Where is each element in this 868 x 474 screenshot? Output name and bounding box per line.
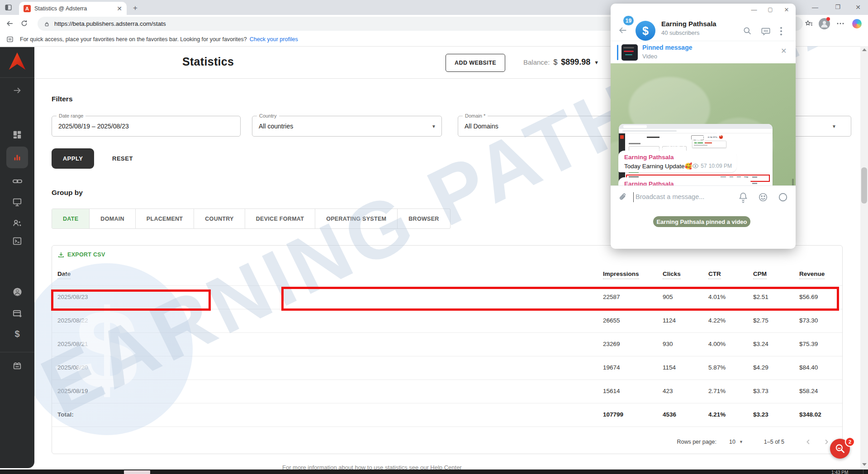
window-restore-button[interactable]: ❐	[834, 4, 841, 10]
profile-avatar[interactable]	[819, 18, 830, 29]
pinned-close-icon[interactable]: ✕	[781, 47, 787, 55]
table-row: 2025/08/20 19674 1154 5.87% $4.29 $84.40	[52, 356, 842, 380]
tab-browser[interactable]: BROWSER	[398, 209, 450, 228]
export-csv-button[interactable]: EXPORT CSV	[57, 251, 105, 258]
sidebar-item-statistics-active[interactable]	[6, 147, 28, 168]
cell-ctr: 4.00%	[708, 341, 726, 347]
window-minimize-button[interactable]: —	[811, 4, 819, 11]
adsterra-logo[interactable]	[8, 52, 26, 73]
telegram-minimize-icon[interactable]: —	[750, 6, 758, 13]
stats-table-card: EXPORT CSV Date Impressions Clicks CTR C…	[52, 245, 843, 454]
telegram-close-icon[interactable]: ✕	[783, 6, 791, 13]
cell-clicks: 423	[663, 388, 673, 394]
total-label: Total:	[57, 411, 74, 418]
sidebar-item-links[interactable]	[12, 175, 23, 186]
telegram-discussion-icon[interactable]	[761, 26, 771, 36]
rows-per-page-value[interactable]: 10	[729, 439, 735, 445]
reset-button[interactable]: RESET	[112, 148, 133, 169]
date-range-field[interactable]: Date range 2025/08/19 – 2025/08/23	[52, 116, 241, 137]
support-chat-widget[interactable]: 2	[830, 439, 850, 459]
col-clicks[interactable]: Clicks	[663, 270, 681, 279]
cell-revenue: $75.39	[799, 341, 818, 347]
copilot-icon[interactable]	[852, 19, 862, 28]
cell-cpm: $4.29	[753, 364, 768, 371]
composer-bar: Broadcast a message...	[611, 185, 796, 209]
col-cpm[interactable]: CPM	[753, 270, 767, 279]
table-row: 2025/08/21 23269 930 4.00% $3.24 $75.39	[52, 332, 842, 356]
refresh-icon[interactable]	[20, 19, 28, 28]
chat-area: EARNING PATHSALA Earning Pathsala Today …	[611, 63, 796, 185]
attach-paperclip-icon[interactable]	[618, 192, 628, 202]
new-tab-button[interactable]: +	[133, 4, 138, 13]
favorites-icon[interactable]	[805, 19, 813, 28]
sidebar-item-offers[interactable]	[12, 360, 23, 371]
pinned-message-bar[interactable]: Pinned message Video ✕	[611, 41, 796, 64]
telegram-back-icon[interactable]	[618, 25, 628, 35]
balance-currency: $	[553, 58, 557, 66]
rows-per-page-label: Rows per page:	[677, 439, 716, 445]
sidebar-item-payouts[interactable]: $	[12, 328, 23, 339]
sidebar-item-api[interactable]	[12, 236, 23, 246]
filters-heading: Filters	[52, 95, 73, 103]
country-select[interactable]: Country All countries ▼	[252, 116, 442, 137]
sidebar-item-websites[interactable]	[12, 197, 23, 208]
tab-close-icon[interactable]: ✕	[117, 5, 122, 12]
screen: A Statistics @ Adsterra ✕ + — ❐ ✕ https:…	[0, 0, 868, 474]
rows-per-page-caret-icon[interactable]: ▼	[739, 440, 743, 444]
prev-page-icon[interactable]	[804, 438, 812, 446]
scrollbar-thumb[interactable]	[861, 167, 867, 204]
tab-country[interactable]: COUNTRY	[194, 209, 245, 228]
window-close-button[interactable]: ✕	[854, 4, 862, 11]
settings-dots-icon[interactable]	[836, 21, 844, 26]
pagination: Rows per page: 10 ▼ 1–5 of 5	[677, 431, 830, 453]
col-ctr[interactable]: CTR	[708, 270, 721, 279]
unread-count-badge: 19	[623, 16, 634, 25]
cell-impressions: 15614	[603, 388, 620, 394]
sidebar-divider	[0, 352, 34, 352]
sidebar-item-referrals[interactable]	[12, 218, 23, 228]
tab-operating-system[interactable]: OPERATING SYSTEM	[315, 209, 398, 228]
show-desktop-divider[interactable]	[863, 469, 863, 474]
cell-impressions: 23269	[603, 341, 620, 347]
apply-button[interactable]: APPLY	[52, 148, 94, 169]
bar-chart-icon	[12, 152, 22, 162]
sidebar-item-payment-method[interactable]	[12, 308, 23, 319]
tab-device-format[interactable]: DEVICE FORMAT	[245, 209, 315, 228]
magnifier-smile-icon	[834, 443, 846, 455]
browser-tab[interactable]: A Statistics @ Adsterra ✕	[19, 2, 127, 15]
video-note-icon[interactable]	[778, 192, 788, 202]
channel-avatar[interactable]: $	[636, 21, 655, 41]
emoji-smiley-icon[interactable]	[758, 192, 768, 202]
message-input[interactable]: Broadcast a message...	[636, 193, 704, 200]
balance-widget[interactable]: Balance: $ $899.98 ▼	[523, 57, 599, 67]
scroll-up-icon[interactable]	[862, 48, 867, 51]
page-scrollbar[interactable]	[860, 46, 868, 469]
tab-date[interactable]: DATE	[52, 209, 90, 228]
col-revenue[interactable]: Revenue	[799, 270, 825, 279]
tab-placement[interactable]: PLACEMENT	[136, 209, 194, 228]
message-bubble[interactable]: Earning Pathsala Today Earning Update🥰 5…	[618, 151, 737, 172]
tab-actions-icon[interactable]	[5, 4, 12, 11]
col-impressions[interactable]: Impressions	[603, 270, 639, 279]
scroll-down-icon[interactable]	[862, 463, 867, 466]
col-date[interactable]: Date	[57, 270, 71, 279]
tab-domain[interactable]: DOMAIN	[90, 209, 136, 228]
sidebar-item-dashboard[interactable]	[12, 129, 23, 140]
notify-bell-icon[interactable]	[738, 192, 748, 203]
favorites-check-profiles-link[interactable]: Check your profiles	[250, 36, 298, 43]
pagination-range: 1–5 of 5	[764, 439, 784, 445]
sidebar-item-profile[interactable]	[12, 286, 23, 297]
pinned-title: Pinned message	[642, 44, 693, 51]
cell-clicks: 1154	[663, 364, 676, 371]
service-message[interactable]: Earning Pathsala pinned a video	[653, 216, 750, 227]
add-website-button[interactable]: ADD WEBSITE	[446, 54, 505, 72]
taskbar-app-preview[interactable]	[124, 470, 150, 474]
back-icon[interactable]	[5, 19, 14, 28]
next-page-icon[interactable]	[822, 438, 830, 446]
message-author[interactable]: Earning Pathsala	[624, 154, 674, 161]
telegram-menu-kebab-icon[interactable]	[780, 26, 783, 36]
channel-subscribers: 40 subscribers	[661, 29, 700, 36]
telegram-search-icon[interactable]	[743, 26, 752, 36]
sidebar-expand-icon[interactable]	[12, 85, 23, 96]
telegram-maximize-icon[interactable]: ▢	[766, 6, 774, 13]
